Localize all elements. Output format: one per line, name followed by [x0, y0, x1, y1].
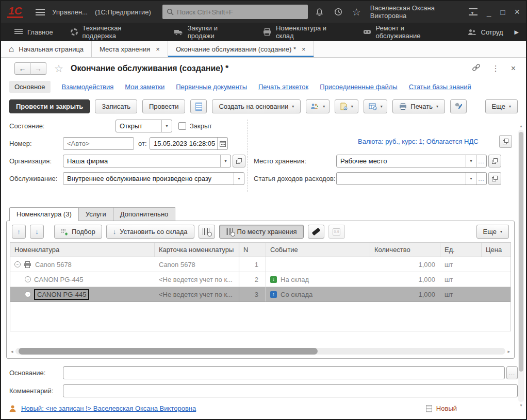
- scroll-right-icon[interactable]: ▸: [507, 349, 510, 354]
- nav-link-kb-articles[interactable]: Статьи базы знаний: [409, 83, 471, 91]
- organization-combo[interactable]: Наша фирма ▾: [63, 155, 231, 167]
- chevron-down-icon[interactable]: ▾: [234, 173, 244, 184]
- nav-link-label-printing[interactable]: Печать этикеток: [258, 83, 308, 91]
- post-and-close-button[interactable]: Провести и закрыть: [9, 99, 90, 113]
- column-header[interactable]: Цена: [482, 243, 505, 257]
- close-form-button[interactable]: ×: [511, 64, 516, 73]
- comment-input[interactable]: [63, 384, 518, 397]
- nav-link-primary-docs[interactable]: Первичные документы: [176, 83, 247, 91]
- open-currency-button[interactable]: [499, 135, 512, 148]
- forward-button[interactable]: →: [30, 62, 46, 75]
- closed-checkbox[interactable]: [178, 122, 186, 130]
- document-movements-button[interactable]: [190, 99, 207, 113]
- date-input[interactable]: 15.05.2023 16:28:05: [150, 137, 228, 150]
- open-organization-button[interactable]: [233, 155, 245, 167]
- back-button[interactable]: ←: [14, 62, 30, 75]
- menu-overflow-arrow-icon[interactable]: ▶: [515, 29, 519, 36]
- favorites-star-icon[interactable]: ☆: [352, 7, 361, 17]
- scrollbar-thumb[interactable]: [519, 132, 523, 372]
- scroll-left-icon[interactable]: ◂: [11, 349, 13, 354]
- column-header[interactable]: Событие: [266, 243, 370, 257]
- create-based-on-button[interactable]: Создать на основании▾: [212, 99, 301, 113]
- currency-info-link[interactable]: Валюта: руб., курс: 1; Облагается НДС: [358, 135, 479, 148]
- scrollbar-track[interactable]: [518, 130, 524, 402]
- nav-link-interactions[interactable]: Взаимодействия: [62, 83, 114, 91]
- table-row-selected[interactable]: › CANON PG-445 <Не ведется учет по к... …: [10, 287, 510, 302]
- menu-item-tech-support[interactable]: Техническая поддержка: [64, 23, 162, 41]
- search-input[interactable]: Поиск Ctrl+Shift+F: [162, 5, 308, 19]
- close-window-button[interactable]: ×: [515, 7, 520, 16]
- choose-button[interactable]: ...: [476, 155, 486, 167]
- minimize-button[interactable]: _: [487, 8, 491, 16]
- column-header[interactable]: Номенклатура: [10, 243, 155, 257]
- move-down-button[interactable]: ↓: [30, 225, 44, 239]
- maximize-button[interactable]: □: [500, 8, 505, 16]
- clear-button[interactable]: [308, 225, 324, 239]
- open-storage-place-button[interactable]: [488, 155, 501, 167]
- set-from-warehouse-button[interactable]: ↓ Установить со склада: [106, 225, 194, 239]
- table-more-button[interactable]: Еще▾: [476, 225, 509, 239]
- nav-link-my-notes[interactable]: Мои заметки: [125, 83, 164, 91]
- open-income-expense-button[interactable]: [488, 172, 501, 185]
- renumber-button[interactable]: 0-9: [328, 225, 345, 239]
- table-row[interactable]: › CANON PG-445 <Не ведется учет по к... …: [10, 272, 510, 287]
- scan-barcode-button[interactable]: [199, 225, 215, 239]
- menu-item-nomenclature-warehouse[interactable]: Номенклатура и склад: [257, 23, 352, 41]
- column-header[interactable]: Карточка номенклатуры: [155, 243, 239, 257]
- chevron-down-icon[interactable]: ▾: [161, 120, 172, 132]
- create-document-deferred-button[interactable]: ▾: [335, 99, 358, 113]
- choose-button[interactable]: ...: [476, 173, 486, 184]
- horizontal-scrollbar[interactable]: ◂ ▸: [11, 347, 510, 355]
- tab-storage-places[interactable]: Места хранения ×: [92, 41, 168, 57]
- scroll-up-icon[interactable]: ▴: [520, 124, 522, 129]
- storage-place-combo[interactable]: Рабочее место ▾ ...: [336, 155, 487, 167]
- history-icon[interactable]: [334, 7, 343, 17]
- move-up-button[interactable]: ↑: [12, 225, 26, 239]
- scrollbar-thumb[interactable]: [19, 348, 318, 355]
- document-state-link[interactable]: Новый: <не записан !> Васелевская Оксана…: [21, 405, 196, 412]
- post-button[interactable]: Провести: [142, 99, 186, 113]
- column-header[interactable]: Ед.: [440, 243, 482, 257]
- close-tab-icon[interactable]: ×: [302, 45, 306, 53]
- income-expense-item-combo[interactable]: ▾ ...: [336, 172, 487, 185]
- change-form-settings-button[interactable]: [450, 99, 467, 113]
- chevron-down-icon[interactable]: ▾: [466, 155, 476, 167]
- more-actions-icon[interactable]: ⋮: [492, 64, 500, 73]
- menu-item-employees[interactable]: Сотруд: [462, 23, 509, 41]
- vertical-scrollbar[interactable]: ▴ ▾: [518, 124, 524, 408]
- chevron-down-icon[interactable]: ▾: [220, 155, 230, 167]
- table-row[interactable]: − Canon 5678 Canon 5678 1 1,000 шт: [10, 257, 510, 272]
- state-combo[interactable]: Открыт ▾: [116, 120, 172, 132]
- basis-choose-button[interactable]: ...: [506, 366, 518, 379]
- tab-nomenclature[interactable]: Номенклатура (3): [9, 207, 79, 221]
- menu-item-main[interactable]: Главное: [8, 23, 59, 41]
- menu-item-repair-service[interactable]: Ремонт и обслуживание: [357, 23, 456, 41]
- nav-link-attached-files[interactable]: Присоединенные файлы: [320, 83, 398, 91]
- scroll-down-icon[interactable]: ▾: [520, 403, 522, 408]
- number-input[interactable]: [63, 137, 134, 150]
- tab-service-completion[interactable]: Окончание обслуживания (создание) * ×: [168, 41, 314, 57]
- more-button[interactable]: Еще▾: [485, 99, 518, 113]
- calendar-icon[interactable]: [217, 138, 227, 149]
- chevron-down-icon[interactable]: ▾: [466, 173, 476, 184]
- get-link-icon[interactable]: [472, 63, 481, 74]
- user-name[interactable]: Васелевская Оксана Викторовна: [370, 4, 459, 20]
- create-task-button[interactable]: ▾: [364, 99, 387, 113]
- scrollbar-track[interactable]: [15, 348, 506, 355]
- service-combo[interactable]: Внутреннее обслуживание произведено сраз…: [63, 172, 244, 185]
- pick-button[interactable]: Подбор: [54, 225, 102, 239]
- column-header[interactable]: N: [239, 243, 266, 257]
- tab-additional[interactable]: Дополнительно: [113, 207, 176, 221]
- by-storage-place-toggle[interactable]: По месту хранения: [219, 225, 304, 239]
- column-header[interactable]: Количество: [370, 243, 440, 257]
- close-tab-icon[interactable]: ×: [156, 45, 160, 53]
- print-button[interactable]: Печать ▾: [392, 99, 445, 113]
- tab-home[interactable]: ⌂ Начальная страница: [1, 41, 92, 57]
- menu-item-purchases-sales[interactable]: Закупки и продажи: [168, 23, 252, 41]
- tree-collapse-icon[interactable]: −: [14, 261, 21, 267]
- favorite-star-icon[interactable]: ☆: [54, 62, 63, 75]
- nav-link-main[interactable]: Основное: [9, 81, 51, 93]
- basis-input[interactable]: [63, 366, 505, 379]
- save-button[interactable]: Записать: [95, 99, 137, 113]
- tab-services[interactable]: Услуги: [78, 207, 113, 221]
